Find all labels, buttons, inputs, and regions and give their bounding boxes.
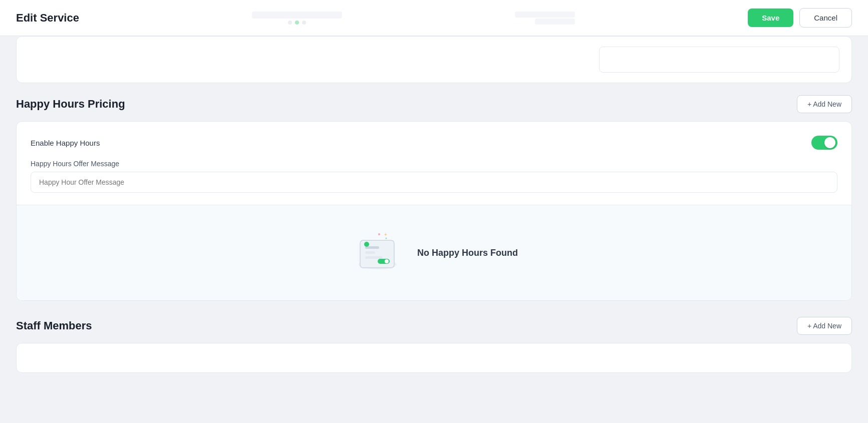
enable-happy-hours-row: Enable Happy Hours <box>31 136 837 150</box>
happy-hours-section: Happy Hours Pricing + Add New Enable Hap… <box>16 95 852 301</box>
happy-hours-card: Enable Happy Hours Happy Hours Offer Mes… <box>16 121 852 301</box>
page-title: Edit Service <box>16 12 79 25</box>
empty-illustration: + <box>350 225 405 280</box>
top-section-card <box>16 36 852 83</box>
svg-point-10 <box>386 238 387 239</box>
staff-members-add-new-button[interactable]: + Add New <box>797 317 852 335</box>
staff-members-title: Staff Members <box>16 319 92 332</box>
svg-point-9 <box>378 233 380 235</box>
header-right-info <box>515 12 575 25</box>
header-breadcrumb <box>252 12 342 19</box>
top-card-input <box>599 47 839 73</box>
offer-message-input[interactable] <box>31 172 837 193</box>
toggle-slider <box>811 136 837 150</box>
happy-hours-title: Happy Hours Pricing <box>16 98 125 111</box>
svg-point-5 <box>364 242 369 247</box>
header-steps <box>288 21 306 25</box>
offer-message-label: Happy Hours Offer Message <box>31 160 837 168</box>
step-indicators <box>288 21 306 25</box>
happy-hours-add-new-button[interactable]: + Add New <box>797 95 852 113</box>
save-button[interactable]: Save <box>748 9 793 27</box>
main-content: Happy Hours Pricing + Add New Enable Hap… <box>0 36 868 405</box>
header-actions: Save Cancel <box>748 8 852 28</box>
staff-members-section-header: Staff Members + Add New <box>16 317 852 335</box>
staff-members-section: Staff Members + Add New <box>16 317 852 373</box>
step-dot-2 <box>295 21 299 25</box>
header-left: Edit Service <box>16 12 79 25</box>
page-header: Edit Service Save Cancel <box>0 0 868 36</box>
enable-happy-hours-label: Enable Happy Hours <box>31 139 100 147</box>
offer-message-field-group: Happy Hours Offer Message <box>31 160 837 193</box>
step-dot-1 <box>288 21 292 25</box>
happy-hours-settings: Enable Happy Hours Happy Hours Offer Mes… <box>17 122 851 205</box>
svg-rect-3 <box>365 251 375 254</box>
step-dot-3 <box>302 21 306 25</box>
header-info-line-2 <box>535 19 575 25</box>
header-center <box>252 12 342 25</box>
happy-hours-section-header: Happy Hours Pricing + Add New <box>16 95 852 113</box>
happy-hours-empty-state: + No Happy Hours Found <box>17 205 851 300</box>
enable-happy-hours-toggle[interactable] <box>811 136 837 150</box>
svg-point-7 <box>385 259 389 263</box>
svg-rect-4 <box>365 256 383 259</box>
cancel-button[interactable]: Cancel <box>799 8 852 28</box>
header-info-line-1 <box>515 12 575 18</box>
staff-members-card <box>16 343 852 373</box>
empty-state-text: No Happy Hours Found <box>417 248 518 258</box>
svg-text:+: + <box>384 232 387 237</box>
